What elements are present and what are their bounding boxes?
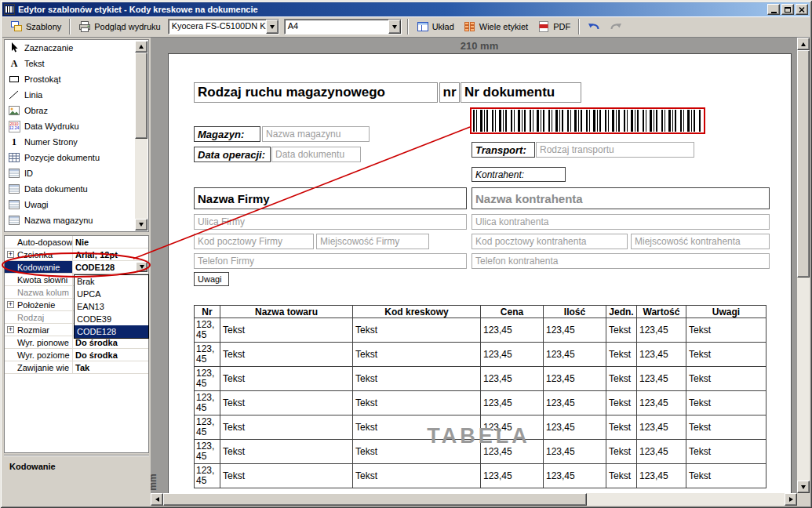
tool-item-zaznaczanie[interactable]: Zaznaczanie [5,40,136,56]
scroll-down-button[interactable] [135,219,147,230]
doc-miejscowosc-kontrahenta[interactable]: Miejscowość kontrahenta [631,234,770,249]
scroll-right-button[interactable] [785,493,797,506]
szablony-button[interactable]: Szablony [5,18,66,35]
doc-table-cell: 123,45 [637,367,686,391]
wiele-etykiet-button[interactable]: Wiele etykiet [459,18,533,35]
tool-item-data-wydruku[interactable]: 201012.24 Data Wydruku [5,118,136,134]
doc-telefon-firmy[interactable]: Telefon Firmy [194,253,467,269]
prop-label: Czcionka [5,249,73,260]
doc-kod-pocztowy-kontrahenta[interactable]: Kod pocztowy kontrahenta [472,234,628,249]
tool-item-pozycje-dokumentu[interactable]: Pozycje dokumentu [5,150,136,165]
tool-item-id[interactable]: ID [5,165,136,181]
prop-value: Nie [73,238,148,247]
barcode-object[interactable] [470,107,705,134]
paper-size-arrow[interactable] [388,20,401,34]
redo-button[interactable] [605,18,627,35]
doc-table-cell: 123,45 [195,464,220,488]
tool-item-prostokat[interactable]: Prostokąt [5,71,136,87]
undo-button[interactable] [583,18,605,35]
doc-table-cell: 123,45 [637,318,686,343]
dropdown-option[interactable]: UPCA [75,288,148,300]
canvas-area[interactable]: 210 mm mm Rodzaj ruchu magazynowego nr N… [151,38,797,493]
doc-table-cell: Tekst [220,318,353,343]
doc-transport-value[interactable]: Rodzaj transportu [536,142,694,158]
scroll-down-button[interactable] [797,481,810,493]
doc-table-cell: Tekst [606,343,637,367]
doc-magazyn-label[interactable]: Magazyn: [194,126,260,142]
close-button[interactable] [796,4,808,15]
dropdown-option[interactable]: CODE39 [75,313,148,325]
doc-header-nr[interactable]: nr [439,82,460,103]
prop-row-wyr-poziome[interactable]: Wyr. poziome Do środka [5,349,148,361]
document-page[interactable]: Rodzaj ruchu magazynowego nr Nr dokument… [168,53,792,493]
doc-telefon-kontrahenta[interactable]: Telefon kontrahenta [472,253,770,269]
doc-table-cell: 123,45 [544,391,606,415]
doc-header-nr-dokumentu[interactable]: Nr dokumentu [461,82,581,103]
minimize-button[interactable] [767,4,780,15]
dropdown-option-selected[interactable]: CODE128 [75,325,148,338]
tool-item-uwagi[interactable]: Uwagi [5,197,136,212]
prop-value: Do środka [73,350,148,360]
doc-table-cell: Tekst [686,464,766,488]
scroll-left-button[interactable] [151,493,163,506]
pdf-button[interactable]: PDF [533,18,575,35]
tool-item-obraz[interactable]: Obraz [5,103,136,118]
doc-miejscowosc-firmy[interactable]: Miejscowość Firmy [316,234,429,249]
vertical-scrollbar[interactable] [797,38,810,493]
doc-table-cell: Tekst [606,367,637,391]
doc-table[interactable]: NrNazwa towaruKod kreskowyCenaIlośćJedn.… [194,305,766,488]
paper-size-select[interactable]: A4 [284,19,402,34]
doc-data-operacji-label[interactable]: Data operacji: [194,147,271,162]
horizontal-scrollbar[interactable] [151,493,797,506]
tools-scrollbar[interactable] [135,41,147,230]
table-row: 123,45TekstTekst123,45123,45Tekst123,45T… [195,391,766,415]
scroll-up-button[interactable] [135,41,147,53]
doc-ulica-kontrahenta[interactable]: Ulica kontrahenta [472,214,770,230]
prop-row-zawijanie[interactable]: Zawijanie wie Tak [5,361,148,374]
prop-row-kodowanie[interactable]: Kodowanie CODE128 [5,261,148,274]
scroll-thumb[interactable] [797,50,810,278]
doc-ulica-firmy[interactable]: Ulica Firmy [194,214,467,230]
uklad-button[interactable]: Układ [412,18,459,35]
tool-item-nazwa-magazynu[interactable]: Nazwa magazynu [5,212,136,228]
expand-plus-icon[interactable]: + [7,326,14,333]
doc-kontrahent-label[interactable]: Kontrahent: [472,167,566,182]
scroll-thumb[interactable] [135,53,147,139]
field-icon [8,198,20,211]
doc-data-operacji-value[interactable]: Data dokumentu [271,147,361,162]
doc-uwagi-label[interactable]: Uwagi [194,272,229,286]
doc-transport-label[interactable]: Transport: [472,142,535,158]
tool-item-linia[interactable]: Linia [5,87,136,103]
title-bar[interactable]: Edytor szablonów etykiet - Kody kreskowe… [2,2,810,16]
expand-plus-icon[interactable]: + [7,301,14,308]
undo-icon [588,20,600,33]
prop-row-czcionka[interactable]: + Czcionka Arial; 12pt [5,249,148,261]
templates-icon [10,20,23,33]
printer-select[interactable]: Kyocera FS-C5100DN KX [168,19,279,34]
doc-magazyn-value[interactable]: Nazwa magazynu [262,126,370,142]
doc-nazwa-kontrahenta[interactable]: Nazwa kontrahenta [472,187,770,209]
prop-row-auto-dopasowanie[interactable]: Auto-dopasow Nie [5,236,148,249]
tool-item-data-dokumentu[interactable]: Data dokumentu [5,181,136,197]
doc-table-cell: Tekst [353,391,481,415]
expand-plus-icon[interactable]: + [7,251,14,258]
tool-item-numer-strony[interactable]: 1 Numer Strony [5,134,136,150]
print-preview-button[interactable]: Podgląd wydruku [74,18,165,35]
prop-label: Kwota słowni [5,274,73,285]
scroll-thumb[interactable] [163,493,587,506]
scroll-up-button[interactable] [797,38,810,50]
doc-table-cell: Tekst [606,318,637,343]
doc-nazwa-firmy[interactable]: Nazwa Firmy [194,187,467,209]
dropdown-option[interactable]: EAN13 [75,300,148,313]
doc-kod-pocztowy-firmy[interactable]: Kod pocztowy Firmy [194,234,314,249]
prop-label: Wyr. poziome [5,349,73,361]
doc-table-cell: 123,45 [544,367,606,391]
maximize-button[interactable] [781,4,794,15]
doc-header-title[interactable]: Rodzaj ruchu magazynowego [194,82,438,103]
arrow-up-icon [801,42,806,46]
encoding-dropdown-button[interactable] [136,262,147,272]
arrow-right-icon [789,497,793,502]
dropdown-option[interactable]: Brak [75,275,148,288]
printer-select-arrow[interactable] [266,20,279,34]
tool-item-tekst[interactable]: A Tekst [5,56,136,71]
